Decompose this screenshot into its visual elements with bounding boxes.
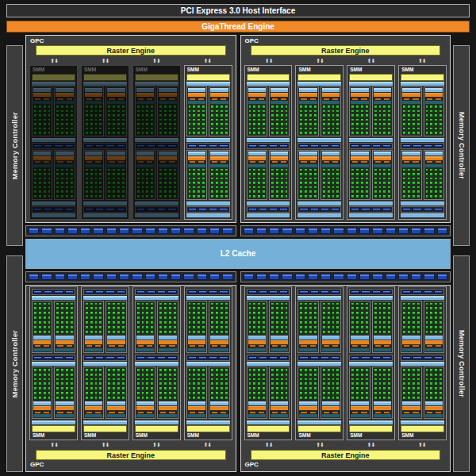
core-cell [98,368,102,372]
core-cell [332,113,336,117]
core-cell [121,330,125,334]
core-cell [65,118,69,122]
core-cell [313,311,317,315]
core-cell [98,311,102,315]
core-cell [402,306,406,310]
core-cell [425,373,429,377]
teal-bar [56,164,73,167]
core-cell [257,190,261,194]
core-cell [210,177,214,181]
core-cell [33,168,37,172]
tick-mark [427,98,432,100]
tick-bar [402,345,420,347]
core-cell [192,378,196,382]
core-cell [378,391,382,395]
core-cell [121,168,125,172]
tick-mark [436,161,441,163]
core-cell [98,194,102,198]
smm-box: SMM [81,65,129,220]
updown-arrows-icon: ⬆⬇ [294,440,345,449]
core-cell [275,181,279,185]
core-cell [378,302,382,306]
segment-row [186,289,230,295]
tick-bar [374,161,391,163]
core-cell [285,396,289,400]
tick-mark [427,412,432,413]
core-cell [374,105,378,109]
segment-row [401,206,444,213]
core-cell [159,168,163,172]
tick-bar [136,98,154,100]
tick-bar [85,411,102,413]
segment [54,290,63,294]
lightblue-bar [247,296,290,300]
tick-mark [272,161,278,163]
smm-box: SMM [132,65,181,220]
core-cell [304,127,308,131]
core-cell [360,330,364,334]
core-cell [145,306,149,310]
core-cell [412,373,416,377]
core-cell [280,396,284,400]
core-cell [225,131,228,135]
tick-mark [147,345,152,347]
core-cell [355,302,359,306]
core-cell [56,113,60,117]
core-cell [56,118,60,122]
core-cell [145,386,149,390]
core-cell [215,172,219,176]
core-cell [299,113,303,117]
core-cell [65,105,69,109]
core-cell [85,109,89,113]
segment [167,356,176,359]
core-cell [136,316,140,320]
segment-row [247,206,290,213]
core-cell [197,373,201,377]
memory-controller-right-bottom: Memory Controller [453,255,470,472]
core-cell [412,382,416,386]
orange-bar [271,406,288,410]
core-cell [65,311,69,315]
core-cell [252,316,256,320]
core-cell [150,109,154,113]
core-cell [188,127,192,131]
core-cell [299,316,303,320]
core-cell [145,168,149,172]
core-cell [412,311,416,315]
core-cell [402,386,406,390]
core-cell [225,168,228,172]
core-cell [275,172,279,176]
core-cell [159,109,163,113]
core-cell [332,330,336,334]
core-cell [85,302,89,306]
core-grid [402,105,420,135]
core-cell [327,105,331,109]
core-cell [257,396,261,400]
tick-mark [361,345,367,347]
crossbar-segment [386,228,396,234]
teal-bar [351,348,368,351]
core-cell [309,172,313,176]
core-cell [365,181,369,185]
core-cell [70,316,74,320]
core-cell [60,330,64,334]
tick-mark [198,345,204,347]
core-cell [412,302,416,306]
core-grid [322,302,340,334]
core-cell [271,321,274,324]
core-cell [332,177,336,181]
core-cell [121,190,125,194]
smm-section [247,301,290,353]
core-cell [159,330,163,334]
core-cell [112,122,116,126]
core-cell [98,177,102,181]
core-cell [192,194,196,198]
core-cell [387,330,391,334]
lightblue-bar [135,202,178,205]
segment [209,290,217,294]
smm-subcolumn [157,367,178,419]
lightblue-bar [135,420,178,424]
segment [136,290,145,294]
core-cell [374,172,378,176]
smm-subcolumn [372,301,393,353]
